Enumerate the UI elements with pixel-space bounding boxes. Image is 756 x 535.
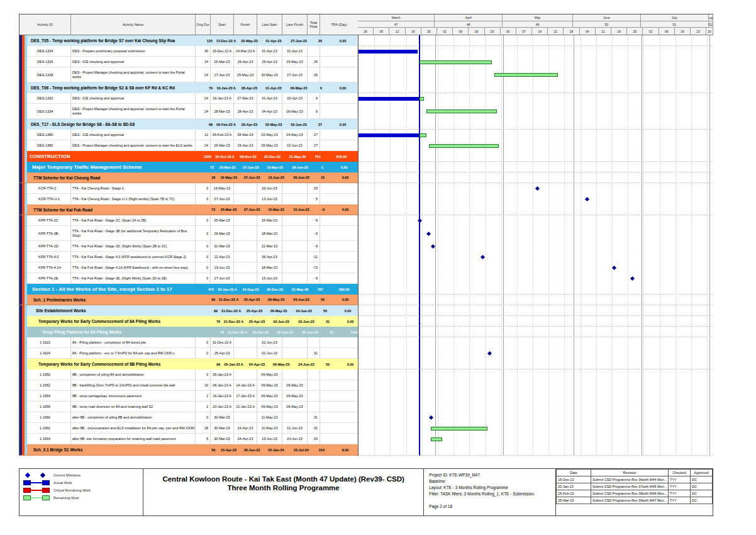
critical-icon	[23, 487, 50, 493]
lf-cell: 01-Jun-23	[282, 423, 308, 434]
group-row: DES_T06 - Temp working platform for Brid…	[19, 82, 358, 93]
hierarchy-stripes	[19, 226, 27, 241]
tra-cell	[320, 46, 358, 57]
activity-id-cell: KFR-TTA-3B	[27, 226, 71, 241]
ls-value: 06-May-23	[264, 298, 289, 301]
revision-cell: Submit CSD Programme Rev 37with M45 Mon.…	[591, 483, 669, 490]
chart-group-row	[359, 284, 713, 295]
ls-value: 01-Apr-23	[257, 96, 282, 100]
od-value: 0	[196, 341, 208, 344]
ls-value: 18-Mar-23	[257, 232, 282, 235]
f-value: 14-Jan-23 A	[234, 383, 257, 387]
timeline-week: 09	[659, 28, 675, 35]
tf-value: 6	[311, 86, 322, 90]
od-value: 0	[196, 244, 208, 248]
f-value: 04-Apr-23	[234, 437, 257, 441]
od-cell: 0	[196, 369, 211, 380]
s-cell: 16-Jan-23 A	[214, 82, 238, 93]
od-cell: 99	[204, 305, 220, 316]
milestone-marker	[487, 351, 492, 356]
s-value: 31-Dec-22 A	[220, 309, 243, 313]
tf-value: 50	[319, 363, 330, 366]
activity-name-cell: TTA - Kai Cheung Road - Stage 2	[71, 183, 196, 194]
activity-id-cell: DES-1328	[27, 67, 71, 82]
s-cell: 30-Mar-23	[211, 434, 234, 444]
hierarchy-stripes	[19, 359, 27, 369]
legend-label: Critical Remaining Work	[53, 488, 91, 492]
activity-row: KFR-TTA-4.0TTA - Kai Fuk Road - Stage 4.…	[19, 252, 358, 262]
activity-row: 1-1664after 8B- site formation preparati…	[19, 434, 358, 444]
od-cell: 24	[196, 57, 211, 67]
group-row: TTM Scheme for Kai Fuk Road7325-Mar-2327…	[19, 205, 358, 215]
f-value: 08-Nov-23	[236, 155, 260, 159]
lf-cell: 21-May-26	[285, 151, 310, 162]
legend-bar-end	[42, 480, 50, 485]
tf-cell: 26	[311, 35, 324, 46]
ls-value: 01-Apr-23	[257, 49, 282, 53]
activity-name-cell: 8B - backfilling (from 7mPD to 10mPD) an…	[71, 380, 196, 391]
s-value: 25-Mar-23	[211, 218, 233, 222]
f-cell	[234, 412, 257, 423]
ls-value: 11-May-23	[257, 426, 282, 430]
od-value: 0	[196, 266, 208, 269]
ls-value: 21-Mar-23	[257, 244, 282, 248]
tra-cell: 0.00	[325, 162, 358, 172]
lf-value: 03-Apr-23	[282, 96, 307, 100]
tra-cell	[320, 130, 358, 140]
od-value: 24	[196, 144, 208, 147]
activity-name-cell: 8B - temp road diversion on 8A and retai…	[71, 402, 196, 412]
od-cell: 0	[196, 348, 211, 359]
report-title-line2: Three Month Rolling Programme	[227, 484, 339, 492]
tf-value: 6	[308, 96, 318, 100]
tra-value: 0.00	[324, 86, 358, 90]
tf-cell: 26	[308, 57, 320, 67]
tf-value: 27	[308, 133, 318, 137]
revision-row: 20-Jan-23Submit CSD Programme Rev 37with…	[557, 483, 713, 490]
hierarchy-stripes	[19, 348, 27, 359]
activity-id-cell: KFR-TTA-4.0	[27, 252, 71, 262]
hierarchy-stripes	[19, 391, 27, 402]
tf-cell: -9	[308, 226, 320, 241]
od-value: 0	[196, 232, 208, 235]
gantt-schedule-page: Activity ID Activity Name Orig Dur Start…	[0, 0, 756, 535]
group-row: Temp Piling Platform for 8A Piling Works…	[19, 327, 358, 337]
chart-activity-row	[359, 215, 713, 226]
s-value: 16-Jan-23 A	[214, 86, 238, 90]
group-row: Major Temporary Traffic Management Schem…	[19, 162, 358, 172]
s-cell: 25-Mar-23	[216, 162, 239, 172]
ls-cell: 20-Dec-22	[260, 151, 285, 162]
revision-row: 25-Mar-23Submit CSD Programme Rev 39with…	[557, 497, 713, 504]
tra-cell	[320, 348, 358, 359]
s-value: 31-Dec-22 A	[226, 330, 249, 334]
hierarchy-stripes	[19, 46, 27, 57]
od-value: 10	[196, 383, 208, 387]
activity-name-cell: DES - Project Manager checking and appro…	[71, 67, 196, 82]
tf-cell	[308, 380, 320, 391]
chart-group-row	[359, 162, 713, 172]
f-cell: 21-Jan-23 A	[234, 402, 257, 412]
f-value: 27-Jun-23	[240, 208, 264, 211]
ls-cell: 02-May-23	[261, 119, 286, 130]
hierarchy-stripes	[19, 215, 27, 226]
od-cell: 5	[196, 434, 211, 444]
revision-cell: TYY	[669, 490, 691, 497]
ls-value: 06-May-23	[269, 363, 294, 366]
f-cell: 25-Apr-23	[249, 327, 272, 337]
milestone-marker	[481, 255, 485, 259]
activity-table-header: Activity ID Activity Name Orig Dur Start…	[19, 14, 358, 35]
activity-row: 1-16568B - temp road diversion on 8A and…	[19, 402, 358, 412]
od-cell: 73	[202, 205, 217, 215]
ls-value: 06-May-23	[257, 373, 282, 376]
od-value: 0	[196, 276, 208, 280]
timeline-week: 12	[389, 28, 405, 35]
group-row-name: Temporary Works for Early Commencement o…	[27, 359, 207, 369]
activity-row: 1-16548B - temp carriageway; bituminous …	[19, 391, 358, 402]
milestone-marker	[431, 244, 435, 249]
ls-value: 06-May-23	[257, 383, 282, 387]
group-row: Sch_3.1 Bridge S1 Works5915-Apr-2326-Jun…	[19, 444, 358, 456]
tf-cell: -73	[308, 262, 320, 273]
od-cell: 0	[196, 226, 211, 241]
tf-cell: -9	[308, 273, 320, 284]
activity-row: KFR-TTA-2DTTA - Kai Fuk Road - Stage 2D,…	[19, 241, 358, 252]
s-cell: 29-Mar-23	[211, 226, 234, 241]
